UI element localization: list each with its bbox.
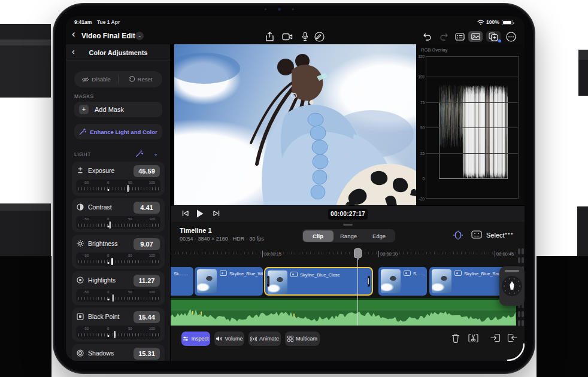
trim-handle-right[interactable] bbox=[368, 276, 370, 287]
mode-clip[interactable]: Clip bbox=[303, 230, 334, 242]
black-point-slider[interactable]: -50050100 bbox=[76, 326, 160, 339]
volume-button[interactable]: Volume bbox=[214, 332, 244, 346]
video-preview[interactable] bbox=[174, 44, 416, 206]
microphone-icon[interactable] bbox=[299, 31, 311, 42]
project-menu-chevron-icon[interactable]: ⌄ bbox=[135, 32, 144, 40]
backdrop-block bbox=[0, 211, 51, 256]
timecode-display[interactable]: 00:00:27:17 bbox=[328, 209, 368, 220]
overwrite-clip-icon[interactable] bbox=[507, 333, 517, 343]
clip-placeholder-icon[interactable] bbox=[471, 230, 482, 239]
insert-clip-icon[interactable] bbox=[490, 333, 501, 343]
trim-handle-left[interactable] bbox=[267, 276, 269, 287]
slider-handle[interactable] bbox=[110, 221, 111, 229]
brightness-slider[interactable]: -50050100 bbox=[76, 253, 160, 266]
backdrop-block bbox=[0, 256, 51, 377]
highlights-value[interactable]: 11.27 bbox=[134, 275, 160, 287]
slider-handle[interactable] bbox=[113, 294, 114, 302]
ruler-tick bbox=[175, 252, 175, 254]
clip-thumbnail bbox=[432, 269, 451, 293]
add-mask-label: Add Mask bbox=[95, 106, 124, 113]
jog-dial[interactable] bbox=[502, 276, 522, 296]
auto-enhance-icon[interactable] bbox=[135, 150, 143, 157]
back-chevron-icon[interactable]: ‹ bbox=[72, 28, 75, 40]
timeline-clip[interactable]: S…… bbox=[378, 267, 427, 296]
audio-track[interactable] bbox=[171, 298, 516, 326]
scrollbar-segment[interactable] bbox=[518, 248, 524, 254]
reset-button[interactable]: Reset bbox=[119, 71, 162, 87]
contrast-slider[interactable]: -50050100 bbox=[76, 216, 160, 229]
slider-scale-label: 50 bbox=[128, 254, 132, 257]
highlights-slider[interactable]: -50050100 bbox=[76, 289, 160, 302]
inspect-button[interactable]: Inspect bbox=[181, 332, 210, 346]
pencil-tools-icon[interactable] bbox=[313, 31, 325, 42]
collapse-chevron-icon[interactable]: ⌄ bbox=[153, 150, 158, 157]
brightness-value[interactable]: 9.07 bbox=[134, 238, 160, 250]
timeline-clip[interactable]: Sk…… bbox=[171, 267, 193, 296]
slider-handle[interactable] bbox=[128, 185, 129, 192]
multicam-button[interactable]: Multicam bbox=[285, 332, 320, 346]
ruler-tick bbox=[217, 252, 218, 254]
delete-clip-icon[interactable] bbox=[451, 333, 462, 343]
ruler-tick bbox=[241, 252, 241, 254]
project-title[interactable]: Video Final Edit bbox=[81, 32, 135, 40]
slider-tick bbox=[78, 333, 79, 336]
timeline-ruler[interactable]: 00:00:1500:00:3000:00:45 bbox=[171, 248, 517, 262]
video-camera-icon[interactable] bbox=[281, 31, 293, 42]
snapping-icon[interactable] bbox=[453, 230, 463, 240]
scrollbar-segment[interactable] bbox=[518, 311, 524, 317]
photo-icon bbox=[290, 272, 298, 277]
jog-wheel-panel[interactable] bbox=[499, 266, 525, 306]
split-clip-icon[interactable] bbox=[468, 333, 478, 343]
timeline-clip[interactable]: Skyline_Blue_Wide bbox=[195, 267, 263, 296]
panel-title: Color Adjustments bbox=[66, 49, 171, 56]
previous-frame-icon[interactable] bbox=[181, 209, 189, 217]
slider-tick bbox=[90, 260, 90, 263]
adjustment-name: Exposure bbox=[88, 167, 114, 174]
slider-tick bbox=[124, 260, 125, 263]
resize-handle[interactable] bbox=[343, 224, 353, 226]
play-icon[interactable] bbox=[196, 209, 204, 218]
add-mask-button[interactable]: + Add Mask bbox=[74, 102, 162, 117]
backdrop-block bbox=[578, 60, 588, 96]
slider-scale-label: 50 bbox=[128, 290, 132, 294]
media-browser-icon[interactable] bbox=[468, 31, 483, 42]
next-frame-icon[interactable] bbox=[213, 209, 220, 217]
share-icon[interactable] bbox=[263, 31, 275, 42]
timeline-clip-selected[interactable]: Skyline_Blue_Close bbox=[264, 267, 373, 296]
black-point-icon bbox=[77, 313, 84, 321]
slider-tick bbox=[127, 297, 128, 300]
ruler-tick bbox=[368, 252, 369, 254]
exposure-slider[interactable]: -50050100 bbox=[76, 180, 160, 193]
exposure-value[interactable]: 45.59 bbox=[134, 165, 160, 177]
mode-edge[interactable]: Edge bbox=[364, 230, 395, 242]
effects-icon[interactable] bbox=[486, 31, 501, 42]
select-button[interactable]: Select bbox=[486, 232, 505, 239]
redo-icon[interactable] bbox=[438, 31, 450, 42]
enhance-light-color-button[interactable]: Enhance Light and Color bbox=[74, 124, 162, 139]
slider-tick bbox=[104, 297, 105, 300]
slider-handle[interactable] bbox=[114, 331, 116, 338]
animate-button[interactable]: Animate bbox=[248, 332, 281, 346]
dial-tick-dot bbox=[519, 285, 520, 287]
slider-tick bbox=[90, 224, 90, 227]
plus-icon: + bbox=[79, 105, 89, 114]
scope-y-label: 50 bbox=[411, 126, 425, 130]
slider-tick bbox=[138, 260, 139, 263]
shadows-value[interactable]: 15.31 bbox=[134, 348, 160, 360]
jog-drag-handle[interactable] bbox=[505, 270, 519, 272]
animate-label: Animate bbox=[259, 336, 279, 342]
ruler-tick bbox=[457, 252, 458, 254]
slider-scale-label: 100 bbox=[149, 217, 155, 221]
timeline-more-icon[interactable]: ••• bbox=[505, 230, 514, 237]
scrollbar-segment[interactable] bbox=[518, 320, 524, 326]
mode-range[interactable]: Range bbox=[334, 230, 364, 242]
slider-handle[interactable] bbox=[111, 258, 113, 265]
disable-button[interactable]: Disable bbox=[74, 71, 118, 87]
playhead-handle[interactable] bbox=[354, 248, 362, 258]
black-point-value[interactable]: 15.44 bbox=[134, 311, 160, 323]
more-options-icon[interactable] bbox=[505, 31, 517, 42]
browser-list-icon[interactable] bbox=[454, 31, 466, 42]
undo-icon[interactable] bbox=[421, 31, 433, 42]
contrast-value[interactable]: 4.41 bbox=[134, 202, 160, 214]
scrollbar-segment[interactable] bbox=[518, 257, 524, 263]
